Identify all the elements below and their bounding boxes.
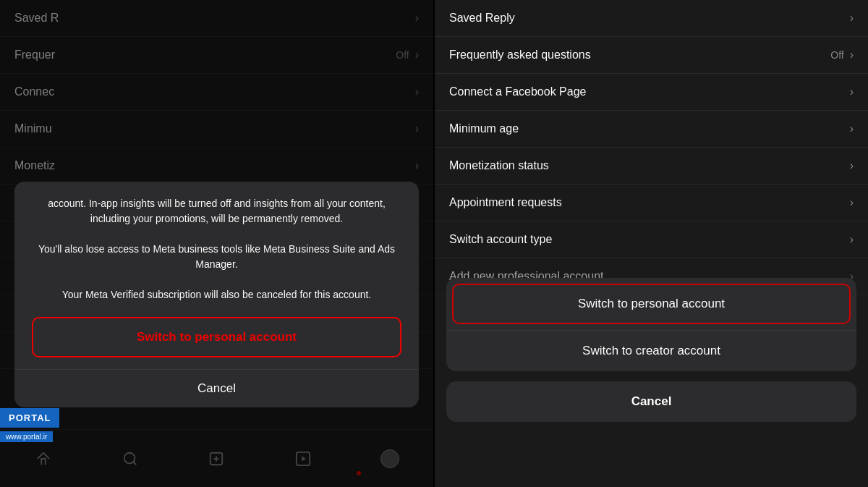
chevron-icon: › — [850, 48, 854, 62]
right-settings-list: Saved Reply › Frequently asked questions… — [435, 0, 868, 295]
portal-badge: PORTAL — [0, 408, 59, 428]
modal-content: account. In-app insights will be turned … — [14, 182, 419, 357]
portal-url: www.portal.ir — [0, 431, 53, 442]
list-item: Monetization status › — [435, 148, 868, 185]
left-modal-dialog: account. In-app insights will be turned … — [14, 182, 419, 407]
list-item: Connect a Facebook Page › — [435, 74, 868, 111]
switch-to-personal-button[interactable]: Switch to personal account — [32, 317, 401, 357]
modal-body-text: account. In-app insights will be turned … — [32, 196, 401, 302]
switch-to-creator-button[interactable]: Switch to creator account — [446, 331, 856, 371]
switch-to-personal-button[interactable]: Switch to personal account — [452, 284, 851, 324]
list-item: Minimum age › — [435, 111, 868, 148]
cancel-button[interactable]: Cancel — [446, 381, 856, 422]
chevron-icon: › — [850, 122, 854, 135]
list-item: Saved Reply › — [435, 0, 868, 37]
chevron-icon: › — [850, 12, 854, 25]
list-item: Appointment requests › — [435, 185, 868, 221]
chevron-icon: › — [850, 196, 854, 209]
chevron-icon: › — [850, 159, 854, 172]
left-panel: Saved R › Frequer Off › Connec › Minimu … — [0, 0, 433, 487]
action-sheet-cancel: Cancel — [446, 381, 856, 422]
cancel-button[interactable]: Cancel — [14, 370, 419, 407]
chevron-icon: › — [850, 85, 854, 98]
list-item: Frequently asked questions Off › — [435, 37, 868, 74]
list-item: Switch account type › — [435, 221, 868, 258]
action-sheet-main: Switch to personal account Switch to cre… — [446, 278, 856, 371]
chevron-icon: › — [850, 233, 854, 246]
right-panel: Saved Reply › Frequently asked questions… — [435, 0, 868, 487]
